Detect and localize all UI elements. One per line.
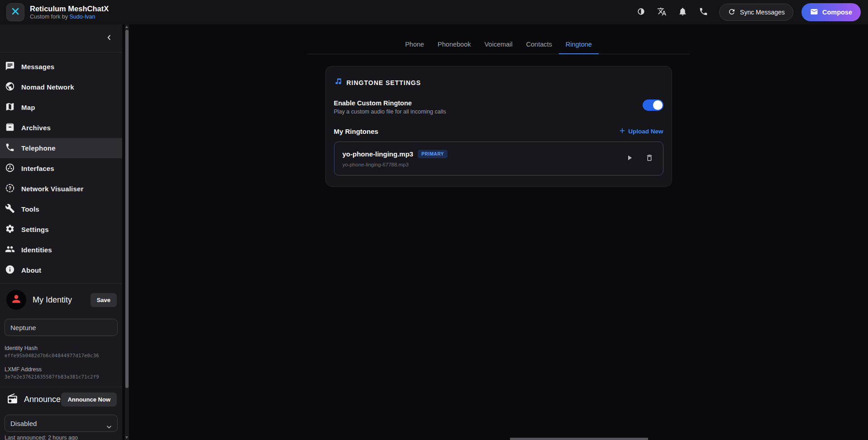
sidebar-item-interfaces[interactable]: Interfaces xyxy=(0,158,122,179)
ringtone-name: yo-phone-linging.mp3 xyxy=(343,150,414,158)
app-logo[interactable] xyxy=(6,3,24,21)
sidebar-item-map[interactable]: Map xyxy=(0,97,122,118)
sidebar-item-messages[interactable]: Messages xyxy=(0,57,122,77)
sidebar-item-label: Map xyxy=(21,104,35,111)
person-icon xyxy=(10,293,22,307)
ringtone-settings-card: RINGTONE SETTINGS Enable Custom Ringtone… xyxy=(325,66,672,187)
language-button[interactable] xyxy=(653,4,670,21)
sidebar-item-telephone[interactable]: Telephone xyxy=(0,138,122,158)
sidebar-item-network-visualiser[interactable]: ? Network Visualiser xyxy=(0,179,122,199)
sidebar-item-about[interactable]: About xyxy=(0,260,122,280)
radio-icon xyxy=(7,393,18,406)
sidebar-item-archives[interactable]: Archives xyxy=(0,118,122,138)
announce-now-button[interactable]: Announce Now xyxy=(61,393,117,407)
phone-icon xyxy=(699,7,708,18)
ringtone-info: yo-phone-linging.mp3 PRIMARY yo-phone-li… xyxy=(343,150,448,167)
announce-interval-select[interactable]: Disabled xyxy=(5,415,118,432)
sidebar-item-label: Messages xyxy=(21,63,54,71)
sidebar-collapse-button[interactable] xyxy=(102,32,116,45)
music-note-icon xyxy=(334,77,343,88)
svg-text:?: ? xyxy=(9,185,11,190)
sidebar-scrollbar-thumb[interactable] xyxy=(125,30,129,388)
sidebar-nav: Messages Nomad Network Map Archives Tele… xyxy=(0,52,122,280)
info-icon xyxy=(5,265,15,276)
sidebar-collapse-row xyxy=(0,24,122,52)
sidebar-item-label: Archives xyxy=(21,124,51,132)
translate-icon xyxy=(657,7,667,18)
people-icon xyxy=(5,244,15,256)
app-title: Reticulum MeshChatX xyxy=(30,4,109,13)
sidebar-scrollbar xyxy=(125,24,129,440)
header-actions: Sync Messages Compose xyxy=(632,3,861,21)
compose-button[interactable]: Compose xyxy=(801,3,861,21)
scroll-up-arrow-icon[interactable] xyxy=(125,26,128,28)
hub-icon xyxy=(5,163,15,175)
ringtone-filename: yo-phone-linging-67788.mp3 xyxy=(343,162,448,167)
refresh-icon xyxy=(728,8,736,17)
play-icon xyxy=(625,154,634,163)
sidebar-item-label: About xyxy=(21,266,41,274)
calls-button[interactable] xyxy=(695,4,712,21)
mail-icon xyxy=(810,8,818,17)
x-logo-icon xyxy=(11,7,20,18)
avatar xyxy=(6,290,26,310)
sidebar-divider xyxy=(0,283,122,284)
sidebar-item-label: Tools xyxy=(21,205,39,213)
trash-icon xyxy=(645,154,653,163)
lxmf-address-value: 3e7e2e37621635587fb83a381c71c2f9 xyxy=(5,374,122,379)
save-button[interactable]: Save xyxy=(91,293,117,307)
sidebar-item-nomad-network[interactable]: Nomad Network xyxy=(0,77,122,97)
ringtone-list-item: yo-phone-linging.mp3 PRIMARY yo-phone-li… xyxy=(334,142,663,175)
identity-hash-value: effe95b0482d7b6c04844977d17e0c36 xyxy=(5,353,122,358)
scroll-down-arrow-icon[interactable] xyxy=(125,436,128,439)
tab-phonebook[interactable]: Phonebook xyxy=(431,35,477,54)
author-link[interactable]: Sudo-Ivan xyxy=(70,14,95,20)
bell-icon xyxy=(678,7,687,18)
enable-custom-ringtone-row: Enable Custom Ringtone Play a custom aud… xyxy=(334,99,663,115)
horizontal-scrollbar-thumb[interactable] xyxy=(510,438,648,440)
sidebar-item-label: Interfaces xyxy=(21,165,54,172)
upload-new-button[interactable]: Upload New xyxy=(619,128,663,135)
phone-icon xyxy=(5,142,15,154)
tab-ringtone[interactable]: Ringtone xyxy=(559,35,599,54)
ringtone-actions xyxy=(624,153,655,164)
wrench-icon xyxy=(5,203,15,215)
sidebar-item-tools[interactable]: Tools xyxy=(0,199,122,219)
telephone-tabbar: Phone Phonebook Voicemail Contacts Ringt… xyxy=(307,35,690,54)
identity-name-input[interactable] xyxy=(5,319,118,336)
card-title-row: RINGTONE SETTINGS xyxy=(334,77,663,88)
enable-custom-ringtone-toggle[interactable] xyxy=(643,99,663,111)
toggle-knob xyxy=(653,100,663,110)
delete-ringtone-button[interactable] xyxy=(644,153,655,164)
sidebar-item-label: Network Visualiser xyxy=(21,185,84,193)
compose-label: Compose xyxy=(822,9,852,16)
globe-icon xyxy=(5,81,15,93)
sidebar-item-label: Telephone xyxy=(21,144,56,152)
enable-custom-ringtone-title: Enable Custom Ringtone xyxy=(334,99,446,107)
lxmf-address-label: LXMF Address xyxy=(5,366,122,373)
header: Reticulum MeshChatX Custom fork by Sudo-… xyxy=(0,0,868,24)
primary-badge: PRIMARY xyxy=(418,150,448,158)
network-visualiser-icon: ? xyxy=(5,183,15,195)
sync-messages-button[interactable]: Sync Messages xyxy=(719,4,793,21)
tab-voicemail[interactable]: Voicemail xyxy=(477,35,519,54)
map-icon xyxy=(5,102,15,114)
identity-section-header: My Identity Save xyxy=(0,290,122,310)
tab-contacts[interactable]: Contacts xyxy=(520,35,559,54)
ringtone-name-row: yo-phone-linging.mp3 PRIMARY xyxy=(343,150,448,158)
theme-toggle-button[interactable] xyxy=(632,4,649,21)
notifications-button[interactable] xyxy=(674,4,691,21)
sidebar-item-identities[interactable]: Identities xyxy=(0,240,122,260)
sidebar-item-label: Settings xyxy=(21,226,49,233)
brand-text: Reticulum MeshChatX Custom fork by Sudo-… xyxy=(30,4,109,20)
app-window: Reticulum MeshChatX Custom fork by Sudo-… xyxy=(0,0,868,440)
my-ringtones-header: My Ringtones Upload New xyxy=(334,128,663,135)
sidebar-item-settings[interactable]: Settings xyxy=(0,219,122,240)
play-ringtone-button[interactable] xyxy=(624,153,635,164)
announce-section-header: Announce Announce Now xyxy=(0,393,122,407)
sync-messages-label: Sync Messages xyxy=(740,9,785,16)
main-content: Phone Phonebook Voicemail Contacts Ringt… xyxy=(129,24,868,440)
identity-hash-label: Identity Hash xyxy=(5,345,122,351)
card-title: RINGTONE SETTINGS xyxy=(347,79,421,86)
tab-phone[interactable]: Phone xyxy=(398,35,431,54)
